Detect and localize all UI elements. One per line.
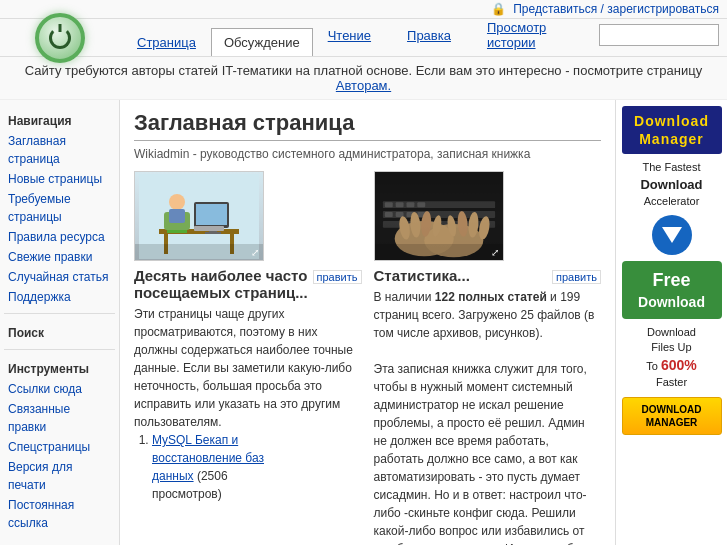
right-col-title-row: Статистика... править xyxy=(374,267,602,284)
sidebar-item-spetsstranicy[interactable]: Спецстраницы xyxy=(4,437,115,457)
tab-pravka[interactable]: Правка xyxy=(394,21,464,49)
right-column: ⤢ Статистика... править В наличии 122 по… xyxy=(374,171,602,545)
expand-icon[interactable]: ⤢ xyxy=(251,247,259,258)
notice-link[interactable]: Авторам. xyxy=(336,78,391,93)
ad-free-download-box[interactable]: Free Download xyxy=(622,261,722,319)
svg-point-10 xyxy=(169,194,185,210)
sidebar-divider-2 xyxy=(4,349,115,350)
ad-arrow-icon xyxy=(652,215,692,255)
left-col-edit-link[interactable]: править xyxy=(313,270,362,284)
sidebar-item-ssylki[interactable]: Ссылки сюда xyxy=(4,379,115,399)
svg-rect-20 xyxy=(417,202,425,207)
left-col-title-row: Десять наиболее часто посещаемых страниц… xyxy=(134,267,362,301)
ad-banner[interactable]: DownloadManager xyxy=(622,106,722,154)
svg-rect-17 xyxy=(384,202,392,207)
left-col-title: Десять наиболее часто посещаемых страниц… xyxy=(134,267,313,301)
notice-text: Сайту требуются авторы статей IT-тематик… xyxy=(25,63,702,78)
desk-image-caption: ⤢ xyxy=(135,244,263,260)
ad-tagline: The Fastest Download Accelerator xyxy=(640,160,702,209)
list-item: MySQL Бекап ивосстановление базданных (2… xyxy=(152,431,362,503)
right-col-body: В наличии 122 полных статей и 199 страни… xyxy=(374,288,602,545)
sidebar-item-trebuemye[interactable]: Требуемые страницы xyxy=(4,189,115,227)
sidebar-item-postoyannaya[interactable]: Постоянная ссылка xyxy=(4,495,115,533)
svg-rect-7 xyxy=(205,232,221,234)
sidebar-item-podderzhka[interactable]: Поддержка xyxy=(4,287,115,307)
ad-banner-title: DownloadManager xyxy=(626,112,718,148)
sidebar: Навигация Заглавная страница Новые стран… xyxy=(0,100,120,545)
svg-rect-11 xyxy=(169,209,185,223)
notice-bar: Сайту требуются авторы статей IT-тематик… xyxy=(0,57,727,100)
right-col-body-start: В наличии xyxy=(374,290,435,304)
page-subtitle: Wikiadmin - руководство системного админ… xyxy=(134,147,601,161)
site-logo xyxy=(35,13,85,63)
svg-rect-9 xyxy=(167,230,187,233)
tab-stranitsa[interactable]: Страница xyxy=(124,28,209,56)
right-col-title: Статистика... xyxy=(374,267,470,284)
svg-rect-19 xyxy=(406,202,414,207)
ad-free-label: Free xyxy=(626,269,718,292)
sidebar-item-svyazannye[interactable]: Связанные правки xyxy=(4,399,115,437)
search-input[interactable] xyxy=(599,24,719,46)
logo-area xyxy=(0,9,120,67)
svg-rect-21 xyxy=(384,212,392,217)
article-link[interactable]: MySQL Бекап ивосстановление базданных xyxy=(152,433,264,483)
article-list: MySQL Бекап ивосстановление базданных (2… xyxy=(152,431,362,503)
keyboard-image-caption: ⤢ xyxy=(375,244,503,260)
content-area: Заглавная страница Wikiadmin - руководст… xyxy=(120,100,615,545)
sidebar-nav-title: Навигация xyxy=(4,108,115,131)
ad-files-text: Download Files Up To 600% Faster xyxy=(646,325,697,391)
sidebar-item-pravila[interactable]: Правила ресурса xyxy=(4,227,115,247)
svg-rect-18 xyxy=(395,202,403,207)
sidebar-item-svezhie[interactable]: Свежие правки xyxy=(4,247,115,267)
nav-tabs: Страница Обсуждение Чтение Правка Просмо… xyxy=(120,19,727,56)
top-bar: Страница Обсуждение Чтение Правка Просмо… xyxy=(0,19,727,57)
left-column: ⤢ Десять наиболее часто посещаемых стран… xyxy=(134,171,362,545)
ad-download-btn[interactable]: DOWNLOAD MANAGER xyxy=(622,397,722,435)
tab-obsuzhdenie[interactable]: Обсуждение xyxy=(211,28,313,56)
content-columns: ⤢ Десять наиболее часто посещаемых стран… xyxy=(134,171,601,545)
tab-history[interactable]: Просмотр истории xyxy=(474,13,589,56)
sidebar-tools-title: Инструменты xyxy=(4,356,115,379)
sidebar-item-versiya[interactable]: Версия для печати xyxy=(4,457,115,495)
nav-tabs-right: Чтение Правка Просмотр истории xyxy=(315,13,727,56)
left-col-body: Эти страницы чаще других просматриваются… xyxy=(134,305,362,503)
main-layout: Навигация Заглавная страница Новые стран… xyxy=(0,100,727,545)
desk-image: ⤢ xyxy=(134,171,264,261)
sidebar-divider-1 xyxy=(4,313,115,314)
sidebar-item-novye[interactable]: Новые страницы xyxy=(4,169,115,189)
power-icon xyxy=(49,27,71,49)
expand-icon-2[interactable]: ⤢ xyxy=(491,247,499,258)
right-col-body2: Эта записная книжка служит для того, что… xyxy=(374,362,600,545)
svg-rect-12 xyxy=(194,226,224,231)
page-title: Заглавная страница xyxy=(134,110,601,141)
ad-download-label: Download xyxy=(626,293,718,311)
keyboard-image: ⤢ xyxy=(374,171,504,261)
sidebar-item-sluchainaya[interactable]: Случайная статья xyxy=(4,267,115,287)
articles-count: 122 полных статей xyxy=(435,290,547,304)
right-col-edit-link[interactable]: править xyxy=(552,270,601,284)
sidebar-item-glavnaya[interactable]: Заглавная страница xyxy=(4,131,115,169)
sidebar-search-title: Поиск xyxy=(4,320,115,343)
left-col-body-text: Эти страницы чаще других просматриваются… xyxy=(134,307,353,429)
arrow-down xyxy=(662,227,682,243)
ad-panel: DownloadManager The Fastest Download Acc… xyxy=(615,100,727,545)
svg-rect-5 xyxy=(196,204,227,225)
tab-chtenie[interactable]: Чтение xyxy=(315,21,384,49)
